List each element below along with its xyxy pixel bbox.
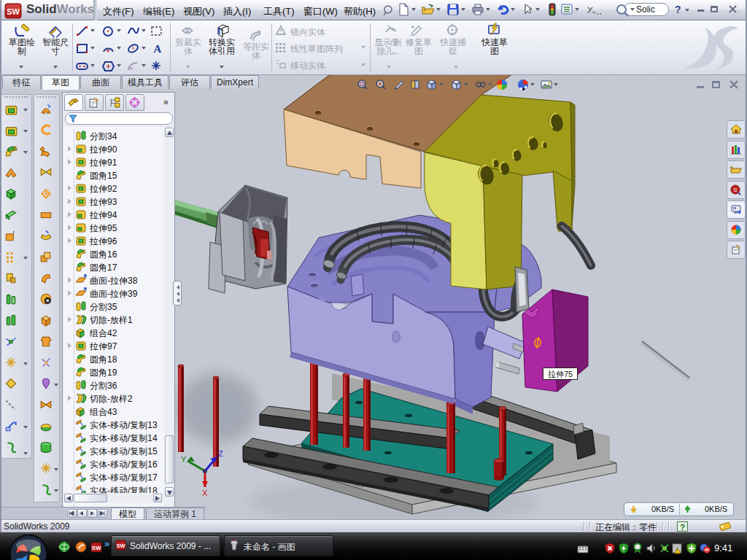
svg-text:!: !	[681, 550, 682, 554]
svg-text:A: A	[154, 43, 162, 55]
svg-text:Z: Z	[218, 449, 223, 458]
svg-text:SW: SW	[7, 7, 20, 16]
svg-text:X: X	[202, 489, 208, 497]
svg-text:SW: SW	[116, 542, 125, 549]
svg-text:SW: SW	[92, 545, 101, 551]
svg-text:Y: Y	[181, 455, 187, 464]
svg-text:S: S	[733, 187, 737, 193]
